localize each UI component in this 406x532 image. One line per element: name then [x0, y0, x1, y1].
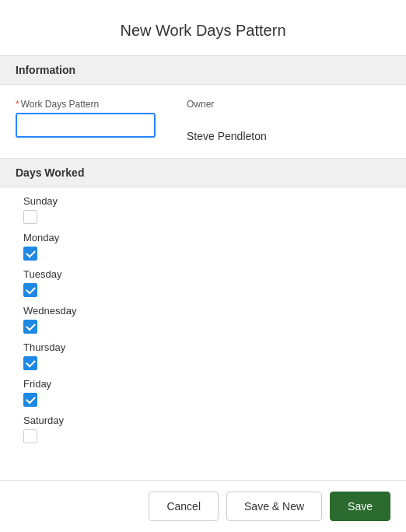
required-indicator: * — [16, 99, 19, 110]
footer: Cancel Save & New Save — [0, 480, 406, 532]
information-section-header: Information — [0, 55, 406, 85]
day-label: Monday — [23, 232, 383, 243]
save-button[interactable]: Save — [330, 492, 390, 521]
owner-label: Owner — [187, 99, 267, 110]
work-days-pattern-label: *Work Days Pattern — [16, 99, 156, 110]
work-days-pattern-input[interactable] — [16, 113, 156, 138]
list-item: Tuesday — [23, 268, 383, 297]
day-label: Tuesday — [23, 268, 383, 280]
day-label: Thursday — [23, 341, 383, 353]
day-checkbox-sunday[interactable] — [23, 210, 37, 224]
days-worked-section-header: Days Worked — [0, 158, 406, 187]
day-checkbox-wednesday[interactable] — [23, 320, 37, 334]
day-checkbox-thursday[interactable] — [23, 356, 37, 370]
work-days-pattern-field: *Work Days Pattern — [16, 99, 156, 138]
list-item: Wednesday — [23, 305, 383, 334]
day-checkbox-friday[interactable] — [23, 393, 37, 407]
information-section: *Work Days Pattern Owner Steve Pendleton — [0, 85, 406, 158]
day-checkbox-tuesday[interactable] — [23, 283, 37, 297]
cancel-button[interactable]: Cancel — [149, 492, 219, 521]
day-label: Saturday — [23, 415, 383, 426]
days-worked-section: SundayMondayTuesdayWednesdayThursdayFrid… — [0, 187, 406, 480]
list-item: Friday — [23, 378, 383, 407]
day-label: Wednesday — [23, 305, 383, 317]
owner-field: Owner Steve Pendleton — [187, 99, 267, 142]
owner-value: Steve Pendleton — [187, 113, 267, 142]
day-checkbox-saturday[interactable] — [23, 429, 37, 443]
day-checkbox-monday[interactable] — [23, 247, 37, 261]
day-label: Sunday — [23, 195, 383, 207]
page-title: New Work Days Pattern — [0, 0, 406, 55]
list-item: Thursday — [23, 341, 383, 370]
list-item: Monday — [23, 232, 383, 261]
list-item: Saturday — [23, 415, 383, 443]
list-item: Sunday — [23, 195, 383, 224]
day-label: Friday — [23, 378, 383, 390]
save-new-button[interactable]: Save & New — [226, 492, 322, 521]
